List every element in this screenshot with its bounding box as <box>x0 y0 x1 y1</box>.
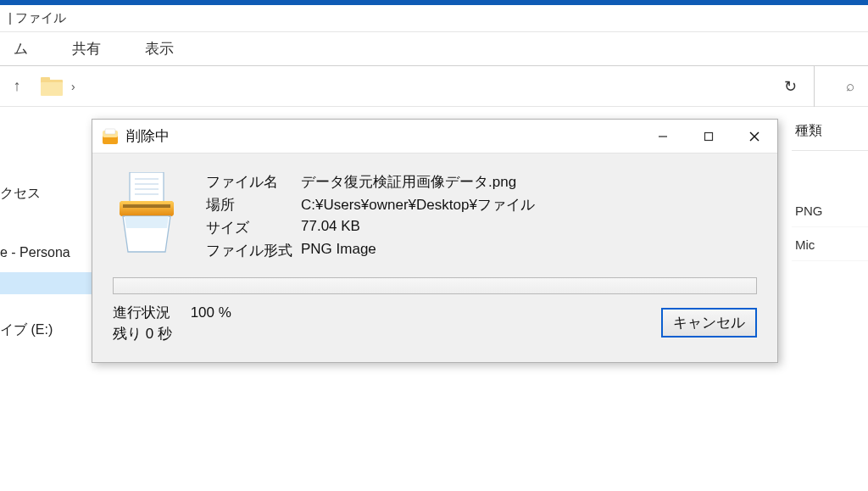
column-header-type[interactable]: 種類 <box>792 109 868 151</box>
svg-rect-10 <box>130 172 164 203</box>
file-row-type-1: PNG <box>792 193 868 227</box>
svg-rect-1 <box>41 77 50 83</box>
refresh-button[interactable]: ↻ <box>773 66 807 107</box>
svg-rect-16 <box>120 201 174 216</box>
close-button[interactable] <box>732 120 777 153</box>
explorer-window: | ファイル ム 共有 表示 ↑ › ↻ ⌕ <box>0 5 868 107</box>
value-remaining: 残り 0 秒 <box>113 324 231 343</box>
dialog-app-icon <box>101 127 120 146</box>
explorer-title-bar: | ファイル <box>0 5 868 32</box>
dialog-body: ファイル名 データ復元検証用画像データ.png 場所 C:¥Users¥owne… <box>92 153 777 362</box>
explorer-title-text: | ファイル <box>8 10 66 26</box>
tab-home[interactable]: ム <box>8 31 33 65</box>
dialog-window-controls <box>640 120 777 153</box>
file-row-type-2: Mic <box>792 227 868 261</box>
label-filename: ファイル名 <box>206 172 301 192</box>
label-progress: 進行状況 <box>113 304 170 321</box>
delete-progress-dialog: 削除中 <box>92 119 778 363</box>
cancel-button[interactable]: キャンセル <box>661 308 757 338</box>
svg-rect-2 <box>41 82 63 96</box>
sidebar-item-quick-access[interactable]: クセス <box>0 176 102 211</box>
file-info-table: ファイル名 データ復元検証用画像データ.png 場所 C:¥Users¥owne… <box>206 165 757 262</box>
search-icon: ⌕ <box>846 78 854 95</box>
value-progress: 100 % <box>191 304 231 321</box>
dialog-title: 削除中 <box>126 126 640 146</box>
label-size: サイズ <box>206 218 301 237</box>
progress-status: 進行状況 100 % 残り 0 秒 <box>113 303 231 343</box>
ribbon-tabs: ム 共有 表示 <box>0 32 868 66</box>
nav-up-button[interactable]: ↑ <box>0 77 34 95</box>
sidebar: クセス e - Persona イブ (E:) <box>0 109 102 348</box>
dialog-titlebar: 削除中 <box>92 120 777 153</box>
value-filename: データ復元検証用画像データ.png <box>301 172 757 192</box>
tab-view[interactable]: 表示 <box>140 31 179 65</box>
value-size: 77.04 KB <box>301 218 757 237</box>
progress-bar <box>113 277 757 294</box>
maximize-button[interactable] <box>686 120 732 153</box>
label-location: 場所 <box>206 195 301 215</box>
sidebar-selected-row[interactable] <box>0 272 102 294</box>
breadcrumb-caret-icon[interactable]: › <box>70 80 77 93</box>
value-location: C:¥Users¥owner¥Desktop¥ファイル <box>301 195 757 215</box>
tab-share[interactable]: 共有 <box>67 31 106 65</box>
svg-rect-7 <box>705 132 713 140</box>
svg-rect-17 <box>123 204 170 208</box>
label-filetype: ファイル形式 <box>206 241 301 260</box>
search-box[interactable]: ⌕ <box>814 66 860 107</box>
value-filetype: PNG Image <box>301 241 757 260</box>
svg-rect-5 <box>105 129 115 134</box>
column-type: 種類 PNG Mic <box>792 109 868 261</box>
shredder-icon <box>113 165 206 259</box>
minimize-button[interactable] <box>640 120 686 153</box>
address-bar: ↑ › ↻ ⌕ <box>0 66 868 107</box>
folder-icon <box>41 77 63 96</box>
sidebar-item-drive-e[interactable]: イブ (E:) <box>0 313 102 348</box>
sidebar-item-personal[interactable]: e - Persona <box>0 237 102 269</box>
